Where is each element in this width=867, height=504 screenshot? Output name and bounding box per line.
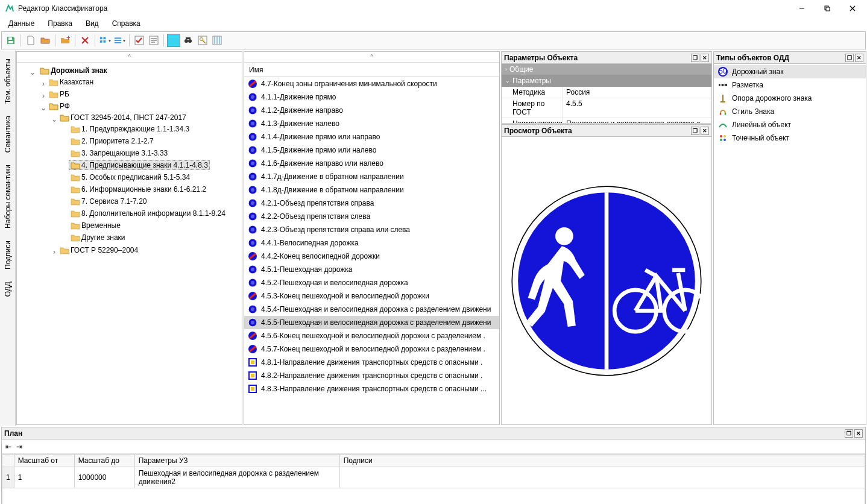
menu-view[interactable]: Вид [80,18,105,29]
dock-tab-semantic-sets[interactable]: Наборы семантики [1,159,14,234]
param-value[interactable]: 4.5.5 [562,98,711,118]
panel-float-icon[interactable]: ❐ [691,54,699,62]
panel-close-icon[interactable]: ✕ [855,54,863,62]
params-group-params[interactable]: ⌄Параметры [502,75,711,87]
tree-node-rf[interactable]: РФ [47,101,72,111]
new-doc-icon[interactable] [24,34,37,47]
panel-float-icon[interactable]: ❐ [845,54,854,62]
plan-indent-right-icon[interactable]: ⇥ [16,443,22,451]
dock-tab-labels[interactable]: Подписи [1,235,14,275]
list-view-icon[interactable] [113,34,126,47]
expand-icon[interactable]: › [40,80,47,88]
list-item[interactable]: 4.5.3-Конец пешеходной и велосипедной до… [244,289,499,303]
param-value[interactable]: Пешеходная и велосипедная дорожка с ... [562,118,711,123]
grid-view-icon[interactable] [98,34,112,47]
panel-float-icon[interactable]: ❐ [691,127,699,135]
tree-node-cat1[interactable]: 1. Предупреждающие 1.1-1.34.3 [69,124,191,134]
list-item[interactable]: 4.1.8д-Движение в обратном направлении [244,183,499,197]
list-item[interactable]: 4.1.6-Движение направо или налево [244,157,499,170]
params-group-common[interactable]: ›Общие [502,64,711,75]
dock-tab-tem-objects[interactable]: Тем. объекты [1,53,14,109]
tree-node-other[interactable]: Другие знаки [69,233,127,242]
tree-node-cat3[interactable]: 3. Запрещающие 3.1-3.33 [69,148,169,158]
list-item[interactable]: 4.1.3-Движение налево [244,117,499,130]
delete-icon[interactable] [78,34,92,47]
table-row[interactable]: 1 1 1000000 Пешеходная и велосипедная до… [2,467,865,488]
blue-square-1-icon[interactable] [167,34,180,47]
expand-icon[interactable]: ⌄ [29,68,36,77]
odd-list-item[interactable]: Точечный объект [714,131,866,145]
paragraph-icon[interactable] [147,34,160,47]
tree-node-cat2[interactable]: 2. Приоритета 2.1-2.7 [69,136,156,146]
tree-node-gost2[interactable]: ГОСТ Р 52290–2004 [58,245,140,255]
list-item[interactable]: 4.8.2-Направление движения транспортных … [244,369,499,382]
col-scale-from[interactable]: Масштаб от [14,455,74,467]
new-folder-icon[interactable]: + [58,34,72,47]
odd-list-item[interactable]: Стиль Знака [714,105,866,118]
list-item[interactable]: 4.5.4-Пешеходная и велосипедная дорожка … [244,303,499,316]
key-icon[interactable] [196,34,209,47]
params-grid[interactable]: ›Общие ⌄Параметры МетодикаРоссияНомер по… [502,64,711,123]
expand-icon[interactable]: › [40,92,47,100]
list-item[interactable]: 4.2.2-Объезд препятствия слева [244,210,499,223]
list-item[interactable]: 4.1.4-Движение прямо или направо [244,130,499,143]
tree-sort-indicator[interactable]: ^ [17,52,242,63]
list-sort-indicator[interactable]: ^ [244,52,499,63]
col-labels[interactable]: Подписи [339,455,865,467]
tree-node-cat7[interactable]: 7. Сервиса 7.1-7.20 [69,197,148,206]
expand-icon[interactable]: › [51,248,58,256]
param-value[interactable]: Россия [562,87,711,98]
list-item[interactable]: 4.4.1-Велосипедная дорожка [244,236,499,250]
list-body[interactable]: 4.7-Конец зоны ограничения минимальной с… [244,77,499,424]
tree-node-rb[interactable]: РБ [47,89,71,99]
odd-list-item[interactable]: Линейный объект [714,118,866,131]
ruler-icon[interactable] [210,34,224,47]
odd-list-item[interactable]: Опора дорожного знака [714,92,866,105]
list-item[interactable]: 4.2.1-Объезд препятствия справа [244,197,499,210]
binoculars-icon[interactable] [181,34,195,47]
param-row[interactable]: НаименованиеПешеходная и велосипедная до… [502,118,711,123]
minimize-button[interactable] [795,2,809,14]
odd-list-item[interactable]: Разметка [714,78,866,92]
col-uz-params[interactable]: Параметры УЗ [134,455,339,467]
list-item[interactable]: 4.5.6-Конец пешеходной и велосипедной до… [244,329,499,342]
plan-table[interactable]: Масштаб от Масштаб до Параметры УЗ Подпи… [2,454,865,504]
panel-close-icon[interactable]: ✕ [854,429,863,438]
list-item[interactable]: 4.5.1-Пешеходная дорожка [244,263,499,276]
menu-edit[interactable]: Правка [42,18,78,29]
plan-indent-left-icon[interactable]: ⇤ [5,443,11,451]
col-scale-to[interactable]: Масштаб до [74,455,134,467]
list-item[interactable]: 4.1.2-Движение направо [244,104,499,117]
list-item[interactable]: 4.7-Конец зоны ограничения минимальной с… [244,77,499,90]
list-item[interactable]: 4.1.5-Движение прямо или налево [244,143,499,157]
panel-close-icon[interactable]: ✕ [701,54,709,62]
list-item[interactable]: 4.1.1-Движение прямо [244,90,499,104]
dock-tab-semantics[interactable]: Семантика [1,110,14,158]
dock-tab-odd[interactable]: ОДД [1,276,14,302]
open-folder-icon[interactable] [39,34,52,47]
param-row[interactable]: МетодикаРоссия [502,87,711,98]
tree-node-cat5[interactable]: 5. Особых предписаний 5.1-5.34 [69,172,192,182]
tree-node-tmp[interactable]: Временные [69,221,122,230]
tree-node-cat8[interactable]: 8. Дополнительной информации 8.1.1-8.24 [69,209,227,218]
menu-help[interactable]: Справка [106,18,147,29]
tree-node-cat6[interactable]: 6. Информационные знаки 6.1-6.21.2 [69,184,208,194]
list-item[interactable]: 4.8.3-Направление движения транспортных … [244,382,499,395]
panel-close-icon[interactable]: ✕ [701,127,709,135]
panel-float-icon[interactable]: ❐ [845,429,853,438]
list-item[interactable]: 4.1.7д-Движение в обратном направлении [244,170,499,183]
tree-node-kz[interactable]: Казахстан [47,77,95,87]
check-icon[interactable] [133,34,146,47]
list-item[interactable]: 4.5.5-Пешеходная и велосипедная дорожка … [244,316,499,329]
list-item[interactable]: 4.8.1-Направление движения транспортных … [244,356,499,369]
expand-icon[interactable]: ⌄ [51,115,58,124]
list-item[interactable]: 4.5.7-Конец пешеходной и велосипедной до… [244,342,499,356]
close-button[interactable] [845,2,860,14]
tree-root[interactable]: Дорожный знак [38,66,109,75]
odd-list-item[interactable]: 50Дорожный знак [714,65,866,78]
tree-node-cat4[interactable]: 4. Предписывающие знаки 4.1.1-4.8.3 [69,160,210,170]
expand-icon[interactable]: ⌄ [40,104,47,112]
list-item[interactable]: 4.4.2-Конец велосипедной дорожки [244,250,499,263]
param-row[interactable]: Номер по ГОСТ4.5.5 [502,98,711,118]
tree-node-gost1[interactable]: ГОСТ 32945-2014, ПНСТ 247-2017 [58,113,188,122]
